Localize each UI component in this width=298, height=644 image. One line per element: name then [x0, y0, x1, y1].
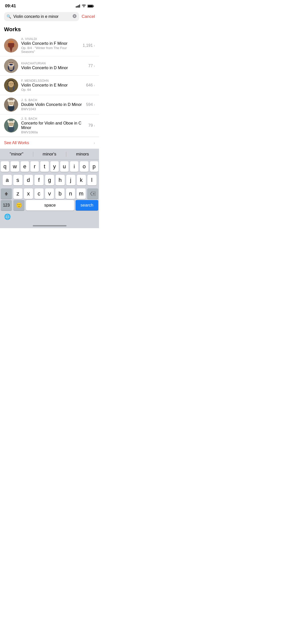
see-all-chevron-icon: › [94, 141, 95, 145]
work-item[interactable]: J. S. BACH Concerto for Violin and Oboe … [0, 114, 99, 137]
autocomplete-item-0[interactable]: "minor" [0, 152, 33, 157]
vivaldi-portrait [4, 38, 18, 53]
key-o[interactable]: o [80, 161, 88, 172]
work-count-area: 1,191 › [83, 43, 95, 48]
autocomplete-item-1[interactable]: minor's [33, 152, 66, 157]
svg-point-21 [8, 81, 14, 87]
work-count: 1,191 [83, 43, 93, 48]
key-s[interactable]: s [13, 175, 22, 185]
key-c[interactable]: c [35, 188, 44, 199]
space-key[interactable]: space [26, 200, 74, 211]
key-y[interactable]: y [50, 161, 59, 172]
composer-name: KHACHATURIAN [21, 62, 85, 65]
globe-row: 🌐 [0, 212, 99, 223]
chevron-right-icon: › [94, 103, 95, 107]
svg-point-31 [10, 124, 11, 124]
numbers-key[interactable]: 123 [1, 200, 12, 211]
status-time: 09:41 [5, 4, 16, 9]
key-m[interactable]: m [77, 188, 86, 199]
key-d[interactable]: d [24, 175, 33, 185]
key-r[interactable]: r [30, 161, 39, 172]
key-v[interactable]: v [45, 188, 54, 199]
emoji-key[interactable]: 🙂 [13, 200, 24, 211]
svg-point-23 [12, 84, 13, 84]
works-list: Works A. VIVALDI Violin Concerto in F Mi… [0, 24, 99, 149]
key-row-3: z x c v b n m [1, 188, 98, 199]
search-key[interactable]: search [76, 200, 98, 211]
globe-icon[interactable]: 🌐 [4, 214, 11, 220]
work-info: F. MENDELSSOHN Violin Concerto in E Mino… [21, 79, 83, 92]
chevron-right-icon: › [94, 64, 95, 68]
work-subtitle: Op. 8/4 · "Winter from The Four Seasons" [21, 46, 80, 54]
chevron-right-icon: › [94, 44, 95, 48]
work-info: J. S. BACH Double Violin Concerto in D M… [21, 98, 83, 111]
key-j[interactable]: j [66, 175, 75, 185]
key-z[interactable]: z [13, 188, 22, 199]
svg-point-32 [12, 124, 13, 124]
chevron-right-icon: › [94, 83, 95, 87]
work-count-area: 77 › [88, 64, 95, 68]
key-w[interactable]: w [11, 161, 19, 172]
work-info: KHACHATURIAN Violin Concerto in D Minor [21, 62, 85, 70]
svg-point-22 [10, 84, 11, 84]
search-bar-container: 🔍 Cancel [0, 11, 99, 24]
key-l[interactable]: l [87, 175, 96, 185]
work-item[interactable]: F. MENDELSSOHN Violin Concerto in E Mino… [0, 76, 99, 95]
key-f[interactable]: f [35, 175, 44, 185]
key-p[interactable]: p [90, 161, 98, 172]
work-count-area: 594 › [86, 102, 95, 107]
key-t[interactable]: t [40, 161, 49, 172]
svg-rect-28 [9, 105, 13, 106]
shift-key[interactable] [1, 188, 12, 199]
composer-name: A. VIVALDI [21, 37, 80, 41]
home-indicator [0, 223, 99, 228]
search-clear-button[interactable] [73, 14, 77, 19]
key-k[interactable]: k [77, 175, 86, 185]
key-x[interactable]: x [24, 188, 33, 199]
composer-name: J. S. BACH [21, 117, 85, 120]
work-info: A. VIVALDI Violin Concerto in F Minor Op… [21, 37, 80, 54]
key-n[interactable]: n [66, 188, 75, 199]
key-a[interactable]: a [3, 175, 12, 185]
key-e[interactable]: e [21, 161, 29, 172]
works-section-header: Works [0, 24, 99, 35]
svg-rect-0 [76, 6, 77, 8]
work-item[interactable]: KHACHATURIAN Violin Concerto in D Minor … [0, 56, 99, 76]
delete-key[interactable] [87, 188, 98, 199]
see-all-works-row[interactable]: See All Works › [0, 137, 99, 149]
avatar [4, 98, 18, 112]
work-title: Concerto for Violin and Oboe in C Minor [21, 121, 85, 130]
search-icon: 🔍 [7, 14, 11, 19]
key-u[interactable]: u [60, 161, 69, 172]
autocomplete-item-2[interactable]: minors [66, 152, 99, 157]
work-info: J. S. BACH Concerto for Violin and Oboe … [21, 117, 85, 134]
work-count: 79 [88, 123, 93, 128]
key-row-2: a s d f g h j k l [1, 175, 98, 185]
cancel-button[interactable]: Cancel [82, 14, 95, 19]
emoji-icon: 🙂 [16, 202, 22, 208]
search-input-wrap[interactable]: 🔍 [4, 12, 79, 21]
svg-point-27 [12, 103, 13, 103]
keyboard-area: "minor" minor's minors q w e r t y u i o… [0, 149, 99, 228]
mendelssohn-portrait [4, 78, 18, 92]
key-g[interactable]: g [45, 175, 54, 185]
key-q[interactable]: q [1, 161, 9, 172]
work-subtitle: Op. 64 [21, 88, 83, 92]
key-b[interactable]: b [55, 188, 64, 199]
key-row-1: q w e r t y u i o p [1, 161, 98, 172]
see-all-works-label: See All Works [4, 141, 29, 145]
status-icons [76, 5, 94, 8]
work-item[interactable]: A. VIVALDI Violin Concerto in F Minor Op… [0, 35, 99, 56]
signal-icon [76, 5, 80, 8]
work-title: Violin Concerto in E Minor [21, 83, 83, 88]
bach2-portrait [4, 118, 18, 133]
work-item[interactable]: J. S. BACH Double Violin Concerto in D M… [0, 95, 99, 114]
key-h[interactable]: h [56, 175, 65, 185]
status-bar: 09:41 [0, 0, 99, 11]
svg-rect-3 [79, 5, 80, 8]
search-input[interactable] [13, 14, 71, 19]
key-i[interactable]: i [70, 161, 78, 172]
bottom-row: 123 🙂 space search [0, 200, 99, 212]
avatar [4, 38, 18, 53]
keyboard-rows: q w e r t y u i o p a s d f g h j k l [0, 160, 99, 200]
